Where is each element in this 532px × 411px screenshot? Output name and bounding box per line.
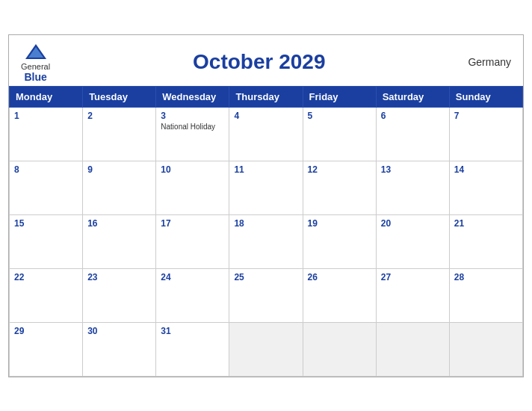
month-title: October 2029 [193, 50, 325, 74]
table-row: 23 [83, 268, 156, 322]
logo-area: General Blue [21, 41, 50, 83]
day-number: 6 [381, 111, 445, 121]
header-thursday: Thursday [229, 86, 303, 107]
day-number: 3 [161, 111, 224, 121]
day-number: 28 [454, 272, 518, 282]
day-number: 22 [14, 272, 78, 282]
table-row: 21 [449, 214, 522, 268]
table-row: 17 [156, 214, 229, 268]
table-row: 22 [10, 268, 83, 322]
table-row [376, 322, 449, 376]
generalblue-logo-icon [22, 41, 49, 62]
day-number: 16 [87, 218, 151, 229]
table-row: 14 [449, 161, 522, 214]
table-row: 6 [376, 107, 449, 161]
table-row: 7 [449, 107, 522, 161]
calendar-header: General Blue October 2029 Germany [9, 35, 523, 86]
header-tuesday: Tuesday [83, 86, 156, 107]
day-number: 14 [454, 164, 518, 175]
day-number: 9 [87, 164, 151, 175]
table-row: 18 [229, 214, 303, 268]
calendar-week-row: 293031 [10, 322, 523, 376]
weekday-header-row: Monday Tuesday Wednesday Thursday Friday… [10, 86, 523, 107]
table-row: 29 [10, 322, 83, 376]
day-number: 1 [14, 111, 78, 121]
day-number: 19 [308, 218, 371, 229]
calendar-table: Monday Tuesday Wednesday Thursday Friday… [9, 86, 523, 377]
day-number: 8 [14, 164, 78, 175]
table-row [449, 322, 522, 376]
day-number: 25 [234, 272, 297, 282]
calendar-week-row: 123National Holiday4567 [10, 107, 523, 161]
table-row: 20 [376, 214, 449, 268]
day-event: National Holiday [161, 123, 224, 131]
table-row: 30 [83, 322, 156, 376]
day-number: 15 [14, 218, 78, 229]
day-number: 31 [161, 326, 224, 336]
table-row: 19 [303, 214, 376, 268]
table-row [303, 322, 376, 376]
calendar-week-row: 15161718192021 [10, 214, 523, 268]
day-number: 23 [87, 272, 151, 282]
table-row: 24 [156, 268, 229, 322]
day-number: 4 [234, 111, 297, 121]
calendar-container: General Blue October 2029 Germany Monday… [8, 34, 524, 377]
table-row: 15 [10, 214, 83, 268]
country-label: Germany [468, 56, 511, 68]
day-number: 5 [308, 111, 371, 121]
logo-blue-text: Blue [24, 71, 46, 83]
day-number: 24 [161, 272, 224, 282]
day-number: 30 [87, 326, 151, 336]
day-number: 10 [161, 164, 224, 175]
table-row: 31 [156, 322, 229, 376]
table-row: 25 [229, 268, 303, 322]
day-number: 26 [308, 272, 371, 282]
table-row: 9 [83, 161, 156, 214]
table-row: 28 [449, 268, 522, 322]
header-saturday: Saturday [376, 86, 449, 107]
table-row: 2 [83, 107, 156, 161]
day-number: 2 [87, 111, 151, 121]
day-number: 27 [381, 272, 445, 282]
header-friday: Friday [303, 86, 376, 107]
table-row: 12 [303, 161, 376, 214]
table-row: 27 [376, 268, 449, 322]
table-row: 10 [156, 161, 229, 214]
table-row: 16 [83, 214, 156, 268]
header-wednesday: Wednesday [156, 86, 229, 107]
table-row: 3National Holiday [156, 107, 229, 161]
table-row: 5 [303, 107, 376, 161]
day-number: 29 [14, 326, 78, 336]
table-row: 4 [229, 107, 303, 161]
day-number: 13 [381, 164, 445, 175]
table-row: 13 [376, 161, 449, 214]
table-row: 11 [229, 161, 303, 214]
day-number: 21 [454, 218, 518, 229]
header-sunday: Sunday [449, 86, 522, 107]
logo-general-text: General [21, 62, 50, 71]
table-row: 1 [10, 107, 83, 161]
day-number: 18 [234, 218, 297, 229]
table-row: 26 [303, 268, 376, 322]
day-number: 12 [308, 164, 371, 175]
calendar-week-row: 22232425262728 [10, 268, 523, 322]
header-monday: Monday [10, 86, 83, 107]
day-number: 7 [454, 111, 518, 121]
day-number: 20 [381, 218, 445, 229]
day-number: 11 [234, 164, 297, 175]
table-row [229, 322, 303, 376]
table-row: 8 [10, 161, 83, 214]
day-number: 17 [161, 218, 224, 229]
calendar-week-row: 891011121314 [10, 161, 523, 214]
